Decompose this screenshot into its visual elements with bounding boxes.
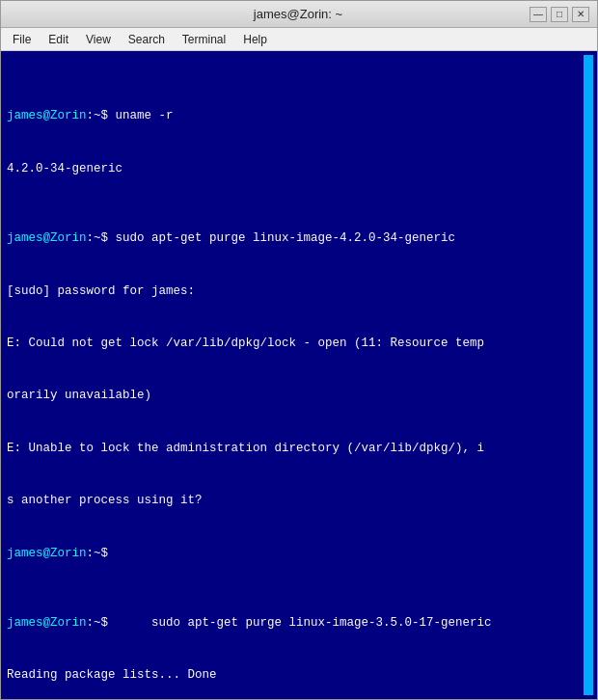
scrollbar[interactable]	[584, 55, 593, 695]
menu-search[interactable]: Search	[121, 31, 173, 48]
minimize-button[interactable]: —	[530, 7, 547, 22]
terminal-window: james@Zorin: ~ — □ ✕ File Edit View Sear…	[0, 0, 598, 700]
window-controls: — □ ✕	[530, 7, 589, 22]
menu-terminal[interactable]: Terminal	[175, 31, 233, 48]
close-button[interactable]: ✕	[572, 7, 589, 22]
menu-bar: File Edit View Search Terminal Help	[1, 28, 597, 51]
window-title: james@Zorin: ~	[67, 7, 530, 21]
terminal-area[interactable]: james@Zorin:~$ uname -r 4.2.0-34-generic…	[1, 51, 597, 699]
scrollbar-thumb[interactable]	[584, 55, 593, 695]
menu-file[interactable]: File	[5, 31, 39, 48]
menu-edit[interactable]: Edit	[41, 31, 76, 48]
menu-help[interactable]: Help	[235, 31, 275, 48]
menu-view[interactable]: View	[78, 31, 119, 48]
terminal-output: james@Zorin:~$ uname -r 4.2.0-34-generic…	[7, 55, 584, 695]
title-bar: james@Zorin: ~ — □ ✕	[1, 1, 597, 28]
maximize-button[interactable]: □	[551, 7, 568, 22]
